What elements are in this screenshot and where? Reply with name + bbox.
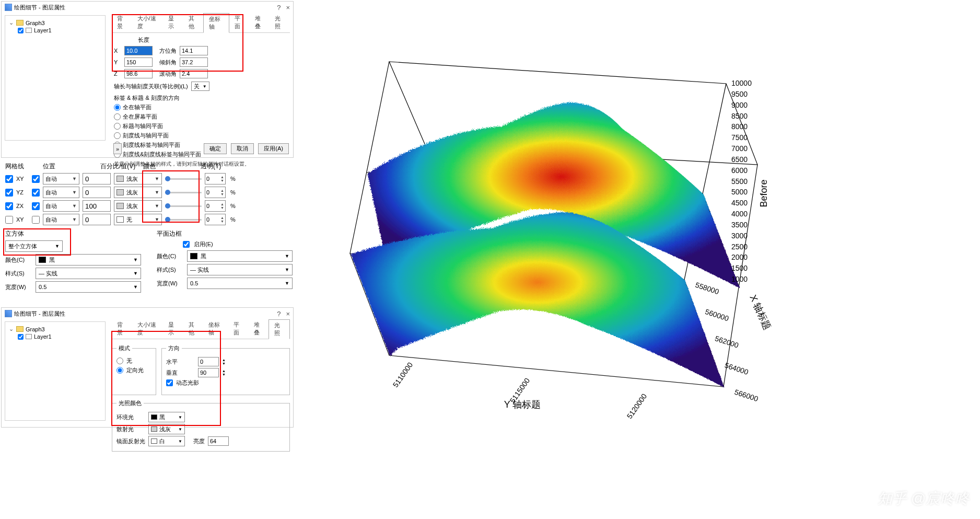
- tab-display[interactable]: 显示: [163, 13, 183, 32]
- orient-radio-0[interactable]: [114, 104, 121, 111]
- gl-pos-dropdown[interactable]: 自动▼: [43, 214, 79, 225]
- tab-stack[interactable]: 堆叠: [250, 13, 270, 32]
- dir-v-input[interactable]: [198, 368, 219, 377]
- orient-radio-1[interactable]: [114, 113, 121, 120]
- tab2-light[interactable]: 光照: [269, 319, 290, 339]
- tab2-display[interactable]: 显示: [163, 319, 183, 339]
- tilt-input[interactable]: [180, 57, 208, 67]
- gl-trans-slider[interactable]: [165, 175, 202, 183]
- cancel-button[interactable]: 取消: [231, 143, 254, 154]
- cube-style-dropdown[interactable]: — 实线▼: [36, 268, 141, 279]
- gl-trans-spin[interactable]: 0▲▼: [205, 200, 226, 212]
- axis-z-length-input[interactable]: [124, 69, 153, 78]
- tab-light[interactable]: 光照: [270, 13, 290, 32]
- dyn-shadow-checkbox[interactable]: [166, 379, 173, 386]
- gl-trans-slider[interactable]: [165, 188, 202, 197]
- gl-color-dropdown[interactable]: 浅灰▼: [114, 187, 162, 198]
- gl-pct-input[interactable]: [83, 173, 111, 184]
- gl-pos-checkbox[interactable]: [32, 189, 40, 197]
- mode-none-radio[interactable]: [116, 357, 123, 364]
- gl-pct-input[interactable]: [83, 214, 111, 225]
- mode-directional-radio[interactable]: [116, 367, 123, 374]
- tab2-stack[interactable]: 堆叠: [249, 319, 269, 339]
- axis-y-length-input[interactable]: [124, 57, 153, 67]
- gl-color-dropdown[interactable]: 浅灰▼: [114, 200, 162, 212]
- spin-up[interactable]: ▲: [220, 202, 224, 206]
- cube-mode-dropdown[interactable]: 整个立方体▼: [5, 240, 63, 252]
- tab2-axis[interactable]: 坐标轴: [203, 319, 228, 339]
- orient-radio-3[interactable]: [114, 132, 121, 139]
- gl-pos-checkbox[interactable]: [32, 216, 40, 224]
- more-button[interactable]: »: [113, 143, 122, 154]
- close-button-2[interactable]: ×: [286, 310, 290, 318]
- tab-plane[interactable]: 平面: [229, 13, 250, 32]
- dir-h-down[interactable]: ▼: [222, 362, 226, 365]
- gl-pct-input[interactable]: [83, 200, 111, 212]
- spin-up[interactable]: ▲: [220, 175, 224, 179]
- roll-input[interactable]: [180, 69, 208, 78]
- gl-trans-spin[interactable]: 0▲▼: [205, 173, 226, 184]
- tree-child-2[interactable]: Layer1: [18, 333, 102, 340]
- tab-other[interactable]: 其他: [183, 13, 204, 32]
- pf-color-dropdown[interactable]: 黑▼: [187, 250, 293, 262]
- ambient-dropdown[interactable]: 黑▼: [148, 412, 185, 422]
- tree-child-1[interactable]: Layer1: [18, 27, 102, 34]
- cube-width-dropdown[interactable]: 0.5▼: [36, 281, 141, 293]
- tree-root-1[interactable]: ⌄ Graph3: [8, 19, 102, 27]
- azimuth-input[interactable]: [180, 46, 208, 55]
- dir-h-input[interactable]: [198, 357, 219, 366]
- specular-dropdown[interactable]: 白▼: [148, 436, 185, 446]
- gl-trans-slider[interactable]: [165, 215, 202, 224]
- close-button-1[interactable]: ×: [286, 4, 290, 11]
- gl-enable-checkbox[interactable]: [5, 189, 13, 197]
- dir-v-down[interactable]: ▼: [222, 373, 226, 376]
- gl-enable-checkbox[interactable]: [5, 202, 13, 210]
- help-button-2[interactable]: ?: [277, 310, 281, 318]
- tab2-other[interactable]: 其他: [183, 319, 204, 339]
- brightness-input[interactable]: [208, 436, 229, 446]
- help-button-1[interactable]: ?: [277, 4, 281, 11]
- tab-axis[interactable]: 坐标轴: [203, 13, 229, 33]
- apply-button[interactable]: 应用(A): [258, 143, 289, 154]
- tree-root-2[interactable]: ⌄Graph3: [8, 325, 102, 333]
- tab-bg[interactable]: 背景: [112, 13, 132, 32]
- spin-down[interactable]: ▼: [220, 179, 224, 182]
- spin-up[interactable]: ▲: [220, 189, 224, 192]
- pf-style-dropdown[interactable]: — 实线▼: [187, 264, 293, 275]
- diffuse-dropdown[interactable]: 浅灰▼: [148, 424, 185, 434]
- gl-enable-checkbox[interactable]: [5, 175, 13, 183]
- spin-down[interactable]: ▼: [220, 206, 224, 210]
- layer-visible-checkbox[interactable]: [18, 28, 24, 33]
- gl-pos-dropdown[interactable]: 自动▼: [43, 187, 79, 198]
- tab-size[interactable]: 大小/速度: [132, 13, 164, 32]
- tree-collapse-icon[interactable]: ⌄: [8, 19, 14, 26]
- layer-tree-1[interactable]: ⌄ Graph3 Layer1: [5, 15, 106, 141]
- tab2-size[interactable]: 大小/速度: [132, 319, 164, 339]
- gl-trans-slider[interactable]: [165, 202, 202, 210]
- spin-down[interactable]: ▼: [220, 192, 224, 196]
- gl-color-dropdown[interactable]: 无▼: [114, 214, 162, 225]
- gl-color-dropdown[interactable]: 浅灰▼: [114, 173, 162, 184]
- planeframe-enable-checkbox[interactable]: [183, 241, 190, 248]
- gl-enable-checkbox[interactable]: [5, 216, 13, 224]
- dir-v-up[interactable]: ▲: [222, 369, 226, 373]
- axis-x-length-input[interactable]: [124, 46, 153, 55]
- axis-ratio-dropdown[interactable]: 关 ▼: [191, 82, 209, 91]
- cube-color-dropdown[interactable]: 黑▼: [36, 254, 141, 266]
- dir-h-up[interactable]: ▲: [222, 358, 226, 362]
- gl-pos-checkbox[interactable]: [32, 202, 40, 210]
- tab2-bg[interactable]: 背景: [112, 319, 132, 339]
- layer-visible-checkbox-2[interactable]: [18, 334, 24, 340]
- spin-down[interactable]: ▼: [220, 220, 224, 223]
- gl-pct-input[interactable]: [83, 187, 111, 198]
- orient-radio-2[interactable]: [114, 123, 121, 130]
- layer-tree-2[interactable]: ⌄Graph3 Layer1: [5, 321, 106, 421]
- gl-pos-dropdown[interactable]: 自动▼: [43, 173, 79, 184]
- gl-pos-dropdown[interactable]: 自动▼: [43, 200, 79, 212]
- spin-up[interactable]: ▲: [220, 216, 224, 220]
- gl-pos-checkbox[interactable]: [32, 175, 40, 183]
- gl-trans-spin[interactable]: 0▲▼: [205, 187, 226, 198]
- gl-trans-spin[interactable]: 0▲▼: [205, 214, 226, 225]
- pf-width-dropdown[interactable]: 0.5▼: [187, 278, 293, 289]
- ok-button[interactable]: 确定: [204, 143, 227, 154]
